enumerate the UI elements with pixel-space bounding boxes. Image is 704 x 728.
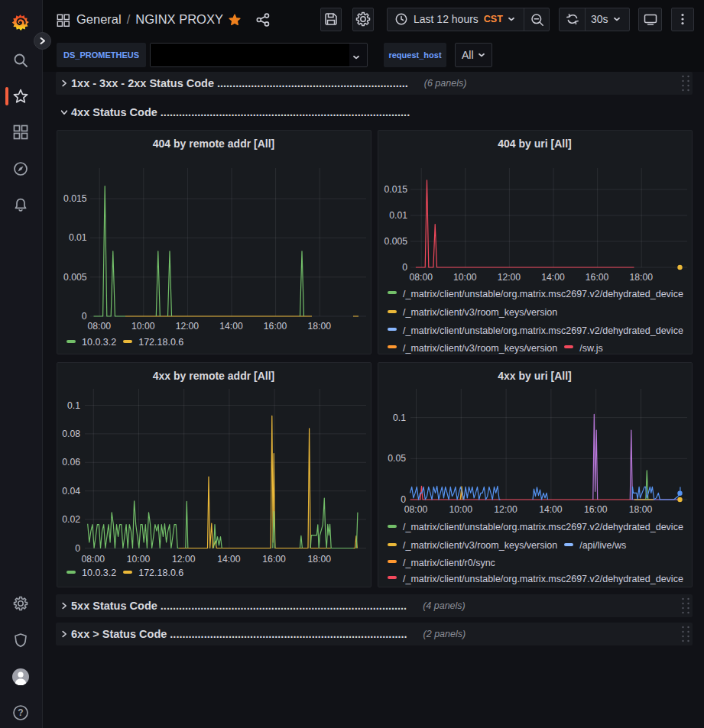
svg-text:?: ?	[18, 707, 23, 718]
